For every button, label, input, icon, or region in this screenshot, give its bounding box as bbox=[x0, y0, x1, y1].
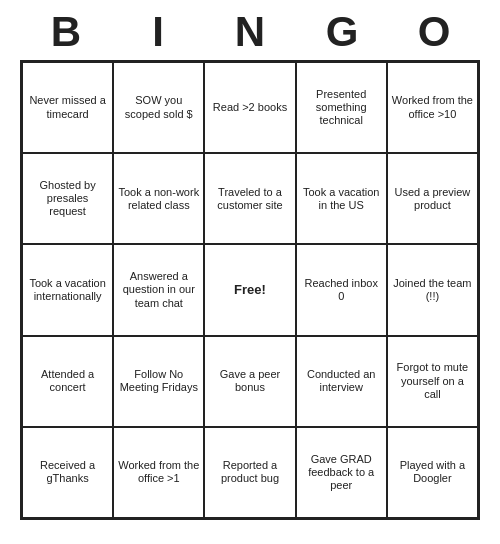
bingo-cell-2-0[interactable]: Took a vacation internationally bbox=[22, 244, 113, 335]
bingo-letter-o: O bbox=[398, 8, 470, 56]
bingo-cell-1-2[interactable]: Traveled to a customer site bbox=[204, 153, 295, 244]
bingo-cell-0-1[interactable]: SOW you scoped sold $ bbox=[113, 62, 204, 153]
bingo-cell-3-3[interactable]: Conducted an interview bbox=[296, 336, 387, 427]
bingo-cell-0-4[interactable]: Worked from the office >10 bbox=[387, 62, 478, 153]
bingo-header: BINGO bbox=[20, 0, 480, 60]
bingo-cell-4-1[interactable]: Worked from the office >1 bbox=[113, 427, 204, 518]
bingo-cell-4-0[interactable]: Received a gThanks bbox=[22, 427, 113, 518]
bingo-cell-3-0[interactable]: Attended a concert bbox=[22, 336, 113, 427]
bingo-cell-3-1[interactable]: Follow No Meeting Fridays bbox=[113, 336, 204, 427]
bingo-cell-1-0[interactable]: Ghosted by presales request bbox=[22, 153, 113, 244]
bingo-cell-2-3[interactable]: Reached inbox 0 bbox=[296, 244, 387, 335]
bingo-cell-0-2[interactable]: Read >2 books bbox=[204, 62, 295, 153]
bingo-cell-4-4[interactable]: Played with a Doogler bbox=[387, 427, 478, 518]
bingo-cell-3-2[interactable]: Gave a peer bonus bbox=[204, 336, 295, 427]
bingo-cell-1-1[interactable]: Took a non-work related class bbox=[113, 153, 204, 244]
bingo-letter-i: I bbox=[122, 8, 194, 56]
bingo-cell-4-3[interactable]: Gave GRAD feedback to a peer bbox=[296, 427, 387, 518]
bingo-cell-2-2[interactable]: Free! bbox=[204, 244, 295, 335]
bingo-letter-b: B bbox=[30, 8, 102, 56]
bingo-grid: Never missed a timecardSOW you scoped so… bbox=[20, 60, 480, 520]
bingo-letter-g: G bbox=[306, 8, 378, 56]
bingo-cell-2-4[interactable]: Joined the team (!!) bbox=[387, 244, 478, 335]
bingo-cell-1-4[interactable]: Used a preview product bbox=[387, 153, 478, 244]
bingo-cell-2-1[interactable]: Answered a question in our team chat bbox=[113, 244, 204, 335]
bingo-cell-4-2[interactable]: Reported a product bug bbox=[204, 427, 295, 518]
bingo-cell-1-3[interactable]: Took a vacation in the US bbox=[296, 153, 387, 244]
bingo-letter-n: N bbox=[214, 8, 286, 56]
bingo-cell-0-3[interactable]: Presented something technical bbox=[296, 62, 387, 153]
bingo-cell-0-0[interactable]: Never missed a timecard bbox=[22, 62, 113, 153]
bingo-cell-3-4[interactable]: Forgot to mute yourself on a call bbox=[387, 336, 478, 427]
